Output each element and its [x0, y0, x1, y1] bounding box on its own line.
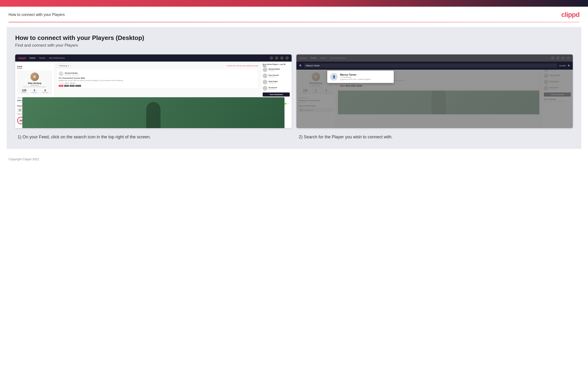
search-close-button[interactable]: ✕	[568, 64, 570, 67]
player-2-name: Piers Parnell	[269, 74, 279, 76]
player-3-name: Hiral Pujara	[269, 81, 278, 82]
logo: clippd	[562, 11, 579, 18]
avatar: B	[30, 73, 39, 81]
screenshot-mockup-1: clippd Home Teams My Performance Feed	[15, 55, 292, 128]
app-nav-1: clippd Home Teams My Performance	[15, 55, 292, 62]
copyright: Copyright Clippd 2022	[9, 157, 39, 161]
duration-val: 02 hr : 00 min	[65, 82, 75, 84]
avatar-icon[interactable]	[285, 56, 289, 60]
caption-2: 2) Search for the Player you wish to con…	[296, 134, 573, 140]
stat-followers-label: Followers	[31, 92, 37, 93]
panels: clippd Home Teams My Performance Feed	[15, 55, 573, 128]
player-3-info: Hiral Pujara Activities: 3	[269, 81, 278, 84]
main-content: How to connect with your Players (Deskto…	[7, 27, 581, 149]
feed-tab: Feed	[17, 65, 22, 69]
stat-activities-label: Activities	[21, 92, 27, 93]
stat-followers-num: 3	[31, 89, 37, 92]
activity-meta: Duration 02 hr : 00 min	[59, 82, 256, 84]
settings-icon[interactable]	[280, 56, 284, 60]
user-avatar	[59, 71, 63, 76]
player-4-acts: Activities: 1	[269, 88, 277, 90]
nav-my-performance: My Performance	[49, 57, 65, 59]
user-info: Richard Butler Yesterday · The Grove	[65, 72, 79, 76]
profile-role: Golf Coach	[19, 84, 50, 86]
player-list-item-4: Eli Vincent Activities: 1	[263, 86, 290, 91]
avatar-face: B	[30, 73, 39, 81]
tag-putt: PUTT	[75, 85, 81, 87]
main-subheading: Find and connect with your Players	[15, 43, 573, 48]
activity-card-1: Richard Butler Yesterday · The Grove Pre…	[57, 69, 258, 89]
following-label: Following	[59, 65, 67, 67]
stat-followers: 3 Followers	[31, 89, 37, 93]
search-input[interactable]: Marcus Turner	[304, 64, 557, 68]
golfer-silhouette	[146, 102, 160, 128]
player-1-acts: Activities: 7	[269, 70, 280, 71]
golf-image	[54, 97, 261, 128]
team-dashboard-button[interactable]: Team Dashboard	[263, 92, 290, 97]
search-result-dropdown: 👤 Marcus Turner 1-5 Handicap Cypress Poi…	[327, 71, 394, 83]
player-4-avatar	[263, 86, 267, 91]
search-icon[interactable]	[270, 56, 273, 60]
app-body-1: Feed B Blair McHarg Golf Coach Mill Ride…	[15, 62, 292, 128]
header: How to connect with your Players clippd	[0, 7, 588, 22]
user-icon[interactable]	[275, 56, 278, 60]
player-2-avatar	[263, 74, 267, 78]
most-active-title: Most Active Players - Last 30 days	[263, 64, 290, 67]
nav-teams: Teams	[39, 57, 45, 59]
header-divider	[9, 22, 579, 22]
following-bar: Following ▾ Control who can see your act…	[57, 64, 258, 67]
stat-following: 4 Following	[42, 89, 48, 93]
player-list-item-2: Piers Parnell Activities: 4	[263, 74, 290, 78]
result-avatar: 👤	[330, 73, 338, 81]
app-nav-logo-1: clippd	[18, 56, 26, 59]
player-1-info: Richard Butler Activities: 7	[269, 68, 280, 71]
app-center-1: Following ▾ Control who can see your act…	[54, 62, 261, 128]
result-handicap: 1-5 Handicap	[340, 76, 371, 78]
captions: 1) On your Feed, click on the search ico…	[15, 134, 573, 140]
player-4-info: Eli Vincent Activities: 1	[269, 87, 277, 90]
profile-club: Mill Ride Golf Club, United Kingdom	[19, 86, 50, 87]
app-nav-icons	[270, 56, 289, 60]
caption-1: 1) On your Feed, click on the search ico…	[15, 134, 292, 140]
player-2-acts: Activities: 4	[269, 76, 279, 77]
shot-tags: OTT APP ARG PUTT	[59, 85, 256, 87]
profile-stats: 129 Activities 3 Followers 4 Following	[19, 89, 50, 93]
activity-card-header: Richard Butler Yesterday · The Grove	[59, 71, 256, 76]
result-avatar-icon: 👤	[332, 75, 336, 78]
page-title: How to connect with your Players	[9, 13, 65, 17]
activity-card-desc: Walking the course with my coach to buil…	[59, 80, 256, 81]
following-chevron-icon: ▾	[68, 65, 69, 67]
search-result-item[interactable]: 👤 Marcus Turner 1-5 Handicap Cypress Poi…	[330, 73, 391, 81]
following-button[interactable]: Following ▾	[57, 64, 71, 67]
player-dropdown-avatar	[18, 109, 21, 111]
result-name: Marcus Turner	[340, 74, 371, 76]
profile-card: B Blair McHarg Golf Coach Mill Ride Golf…	[17, 71, 52, 95]
player-list-item-1: Richard Butler Activities: 7	[263, 67, 290, 72]
stat-following-label: Following	[42, 92, 48, 93]
player-list-item-3: Hiral Pujara Activities: 3	[263, 80, 290, 84]
player-3-avatar	[263, 80, 267, 84]
tag-app: APP	[64, 85, 69, 87]
top-bar	[0, 0, 588, 7]
search-bar-container: 🔍 Marcus Turner CLEAR ✕	[296, 62, 573, 70]
control-link[interactable]: Control who can see your activity and da…	[227, 65, 258, 66]
main-heading: How to connect with your Players (Deskto…	[15, 34, 573, 42]
tag-ott: OTT	[59, 85, 63, 87]
search-clear-button[interactable]: CLEAR	[559, 65, 566, 67]
stat-activities-num: 129	[21, 89, 27, 92]
result-club: Cypress Point Club, United Kingdom	[340, 78, 371, 80]
activity-card-title: Pre Tournament Course Walk	[59, 77, 256, 79]
tag-arg: ARG	[70, 85, 75, 87]
nav-home: Home	[29, 57, 35, 59]
stat-following-num: 4	[42, 89, 48, 92]
player-2-info: Piers Parnell Activities: 4	[269, 74, 279, 77]
user-location: Yesterday · The Grove	[65, 74, 79, 76]
user-name: Richard Butler	[65, 72, 79, 74]
search-icon-3: 🔍	[299, 64, 302, 67]
duration-label: Duration	[59, 83, 64, 84]
player-3-acts: Activities: 3	[269, 82, 278, 84]
panel-2: clippd Home Teams My Performance Feed	[296, 55, 573, 128]
result-info: Marcus Turner 1-5 Handicap Cypress Point…	[340, 74, 371, 80]
profile-name: Blair McHarg	[19, 82, 50, 84]
player-1-avatar	[263, 67, 267, 72]
